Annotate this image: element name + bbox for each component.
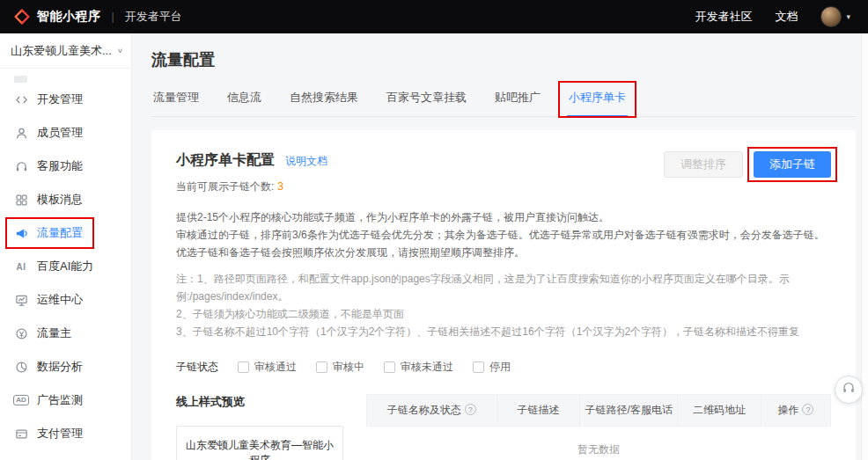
doc-link[interactable]: 说明文档 [285,154,327,169]
sidebar-item-label: 模板消息 [37,192,83,208]
checkbox[interactable] [384,361,395,373]
table-header-description: 子链描述 [497,395,580,427]
sidebar-item-partial[interactable] [0,69,131,83]
table-header-path-phone: 子链路径/客服电话 [580,395,678,427]
table-header-qrcode: 二维码地址 [678,395,761,427]
checkbox[interactable] [473,361,484,373]
account-name: 山东爱顿儿童美术... [11,43,112,59]
avatar [820,6,842,27]
sidebar-item-members[interactable]: 成员管理 [0,116,131,150]
sidebar-item-label: 支付管理 [37,426,83,442]
pie-chart-icon [14,360,28,374]
adjust-order-button[interactable]: 调整排序 [664,151,743,178]
ops-monitor-icon [14,293,28,307]
description-text: 提供2-15个小程序的核心功能或子频道，作为小程序单卡的外露子链，被用户直接访问… [176,208,831,261]
info-icon[interactable]: ? [465,404,476,415]
tab-single-card[interactable]: 小程序单卡 [567,83,628,117]
chevron-down-icon: ∨ [117,47,123,55]
filter-option-in-review[interactable]: 审核中 [316,360,364,375]
sidebar-item-label: 流量配置 [37,225,83,241]
support-float-button[interactable] [835,376,863,404]
topbar: 智能小程序 | 开发者平台 开发者社区 文档 ▾ [0,0,868,33]
smart-program-logo-icon [14,9,30,25]
sidebar-item-template[interactable]: 模板消息 [0,183,131,216]
sidebar-item-label: 客服功能 [37,158,83,174]
headset-icon [14,159,28,173]
brand-divider: | [112,11,114,23]
status-filter: 子链状态 审核通过 审核中 审核未通过 停用 [176,360,831,375]
chevron-down-icon: ▾ [846,12,850,21]
sidebar-item-label: 广告监测 [37,392,83,408]
topbar-right: 开发者社区 文档 ▾ [695,6,850,27]
brand[interactable]: 智能小程序 | 开发者平台 [14,9,182,25]
partial-icon [14,76,27,83]
page: 智能小程序 | 开发者平台 开发者社区 文档 ▾ 山东爱顿儿童美术... ∨ 开… [0,0,868,460]
filter-option-rejected[interactable]: 审核未通过 [384,360,453,375]
count-value: 3 [277,180,283,193]
coin-icon [14,326,28,340]
card-title: 小程序单卡配置 [176,151,275,170]
sidebar-item-ai[interactable]: AI 百度AI能力 [0,250,131,283]
sidebar-item-analytics[interactable]: 数据分析 [0,350,131,383]
bank-card-icon [14,427,28,441]
add-sublink-button[interactable]: 添加子链 [754,151,831,178]
info-icon[interactable]: ? [802,404,813,415]
page-title: 流量配置 [151,49,856,70]
template-icon [14,193,28,207]
online-preview: 线上样式预览 山东爱顿儿童美术教育—智能小程序 山东爱顿儿童美...—智能小程序 [176,394,343,460]
scrollbar[interactable] [861,33,868,460]
headset-icon [841,380,857,399]
sidebar-item-label: 运维中心 [37,292,83,308]
docs-link[interactable]: 文档 [775,9,798,25]
community-link[interactable]: 开发者社区 [695,9,752,25]
sidebar-item-label: 流量主 [37,325,71,341]
preview-card-title: 山东爱顿儿童美术教育—智能小程序 [177,427,342,460]
megaphone-icon [14,226,28,240]
account-menu[interactable]: ▾ [820,6,850,27]
sidebar-item-payment[interactable]: 支付管理 [0,417,131,450]
sidebar-item-ops[interactable]: 运维中心 [0,283,131,317]
table-header-name-status: 子链名称及状态? [367,395,497,427]
tab-bar: 流量管理 信息流 自然搜索结果 百家号文章挂载 贴吧推广 小程序单卡 [151,83,856,117]
tab-baijiahao-mount[interactable]: 百家号文章挂载 [385,83,468,116]
sidebar-item-ad-monitor[interactable]: AD 广告监测 [0,383,131,417]
checkbox[interactable] [316,361,327,373]
single-card-config-panel: 小程序单卡配置 说明文档 当前可展示子链个数:3 调整排序 添加子链 提供2-1… [151,130,856,460]
member-icon [14,126,28,140]
ai-icon: AI [14,259,28,274]
ad-icon: AD [14,393,28,407]
sublink-count: 当前可展示子链个数:3 [176,179,327,194]
notes-text: 注：1、路径即页面路径，和配置文件app.json的pages字段涵义相同，这是… [176,270,831,340]
brand-name: 智能小程序 [37,9,101,25]
account-selector[interactable]: 山东爱顿儿童美术... ∨ [0,33,131,69]
preview-card: 山东爱顿儿童美术教育—智能小程序 山东爱顿儿童美...—智能小程序 [176,426,343,460]
filter-option-approved[interactable]: 审核通过 [238,360,297,375]
sidebar-item-traffic-owner[interactable]: 流量主 [0,317,131,350]
tab-info-flow[interactable]: 信息流 [225,83,263,116]
sidebar-item-label: 开发管理 [37,91,83,107]
preview-section-title: 线上样式预览 [176,394,343,410]
main-content: 流量配置 流量管理 信息流 自然搜索结果 百家号文章挂载 贴吧推广 小程序单卡 … [132,33,868,460]
filter-label: 子链状态 [176,360,218,375]
sidebar-item-label: 成员管理 [37,125,83,141]
checkbox[interactable] [238,361,249,373]
tab-tieba-promotion[interactable]: 贴吧推广 [493,83,542,116]
sidebar-item-service[interactable]: 客服功能 [0,150,131,183]
code-icon [14,92,28,106]
sublink-table: 子链名称及状态? 子链描述 子链路径/客服电话 二维码地址 操作? 暂无数据 [366,394,831,460]
sidebar-item-dev[interactable]: 开发管理 [0,83,131,116]
tab-traffic-management[interactable]: 流量管理 [151,83,201,116]
filter-option-disabled[interactable]: 停用 [473,360,511,375]
sidebar-item-label: 百度AI能力 [37,259,93,274]
empty-state: 暂无数据 [367,427,831,460]
tab-natural-search[interactable]: 自然搜索结果 [288,83,360,116]
table-header-actions: 操作? [761,395,830,427]
sidebar-item-label: 数据分析 [37,359,83,375]
sidebar: 山东爱顿儿童美术... ∨ 开发管理 成员管理 客服功能 模板消息 [0,33,132,460]
sidebar-item-traffic-config[interactable]: 流量配置 [0,216,131,250]
platform-name: 开发者平台 [125,9,182,25]
